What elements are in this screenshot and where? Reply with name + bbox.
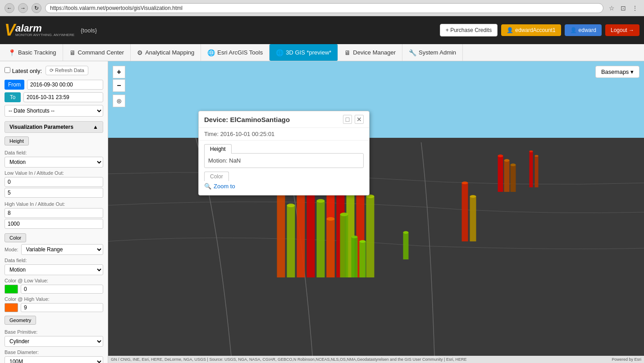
high-value-out-input[interactable]: [5, 219, 103, 229]
analytical-mapping-icon: ⚙: [137, 49, 143, 56]
high-value-in-input[interactable]: [5, 208, 103, 218]
color-high-swatch[interactable]: [5, 303, 18, 312]
latest-only-checkbox[interactable]: [5, 67, 10, 73]
popup-close-button[interactable]: ✕: [355, 115, 364, 124]
color-section-button[interactable]: Color: [5, 233, 26, 242]
account-button[interactable]: 👤 edwardAccount1: [501, 24, 561, 36]
zoom-icon: 🔍: [204, 183, 211, 190]
svg-point-37: [504, 159, 510, 162]
user-button[interactable]: 👤 edward: [565, 24, 602, 36]
svg-rect-1: [108, 138, 644, 363]
color-section: Color Mode: Variable Range Data field: M…: [5, 233, 103, 312]
map-background[interactable]: + − ◎ Basemaps ▾ GN / CNIG, INE, Esri, H…: [108, 61, 644, 363]
svg-rect-44: [403, 232, 409, 259]
header-buttons: + Purchase Credits 👤 edwardAccount1 👤 ed…: [440, 24, 639, 36]
back-button[interactable]: ←: [5, 3, 14, 13]
logo-v: V: [5, 22, 15, 38]
color-low-row: [5, 285, 103, 294]
url-bar[interactable]: https://tools.valarm.net/powertools/gisV…: [45, 3, 603, 13]
color-low-input[interactable]: [21, 285, 103, 294]
svg-rect-26: [352, 237, 358, 277]
color-mode-select[interactable]: Variable Range: [21, 244, 103, 255]
nav-analytical-mapping[interactable]: ⚙ Analytical Mapping: [131, 44, 201, 61]
analytical-mapping-label: Analytical Mapping: [145, 49, 194, 56]
device-popup: Device: ElCaminoSantiago □ ✕ Time: 2016-…: [198, 111, 370, 195]
popup-height-content: Motion: NaN: [204, 153, 364, 168]
svg-rect-4: [287, 205, 295, 277]
base-diameter-label: Base Diameter:: [5, 349, 103, 355]
nav-3d-gis[interactable]: 🌐 3D GIS *preview*: [269, 44, 338, 61]
viz-params-header[interactable]: Visualization Parameters ▲: [5, 121, 103, 133]
svg-point-39: [511, 163, 516, 166]
logo-area: V alarm MONITOR ANYTHING. ANYWHERE {tool…: [5, 22, 97, 38]
svg-rect-20: [366, 196, 375, 277]
map-attribution: GN / CNIG, INE, Esri, HERE, DeLorme, NGA…: [111, 357, 466, 362]
logout-button[interactable]: Logout →: [605, 24, 639, 36]
low-value-in-input[interactable]: [5, 177, 103, 187]
svg-rect-28: [360, 241, 366, 277]
low-value-out-input[interactable]: [5, 188, 103, 198]
svg-rect-2: [277, 187, 285, 277]
date-shortcuts-select[interactable]: -- Date Shortcuts --: [5, 105, 103, 117]
account-label: edwardAccount1: [515, 27, 555, 33]
logo-alarm: alarm: [15, 23, 74, 33]
nav-esri-arcgis[interactable]: 🌐 Esri ArcGIS Tools: [201, 44, 269, 61]
svg-point-25: [327, 217, 335, 221]
basemaps-button[interactable]: Basemaps ▾: [595, 66, 639, 78]
svg-rect-22: [340, 214, 348, 277]
popup-color-tab[interactable]: Color: [204, 172, 364, 181]
basic-tracking-label: Basic Tracking: [18, 49, 56, 56]
popup-height-tab[interactable]: Height: [204, 144, 364, 153]
color-high-input[interactable]: [21, 303, 103, 312]
system-admin-icon: 🔧: [409, 49, 416, 56]
app-header: V alarm MONITOR ANYTHING. ANYWHERE {tool…: [0, 16, 644, 44]
geometry-section-button[interactable]: Geometry: [5, 316, 36, 325]
star-icon[interactable]: ☆: [607, 4, 616, 13]
menu-icon[interactable]: ⋮: [630, 4, 639, 13]
nav-bar: 📍 Basic Tracking 🖥 Command Center ⚙ Anal…: [0, 44, 644, 61]
zoom-out-button[interactable]: −: [113, 79, 125, 92]
cast-icon[interactable]: ⊡: [619, 4, 628, 13]
color-low-label: Color @ Low Value:: [5, 278, 103, 283]
zoom-controls: + − ◎: [113, 66, 125, 107]
low-value-label: Low Value In / Altitude Out:: [5, 170, 103, 176]
high-value-label: High Value In / Altitude Out:: [5, 201, 103, 207]
geometry-section: Geometry Base Primitive: Cylinder Base D…: [5, 316, 103, 363]
nav-device-manager[interactable]: 🖥 Device Manager: [338, 44, 402, 61]
nav-command-center[interactable]: 🖥 Command Center: [63, 44, 131, 61]
map-area: + − ◎ Basemaps ▾ GN / CNIG, INE, Esri, H…: [108, 61, 644, 363]
refresh-data-button[interactable]: ⟳ Refresh Data: [46, 66, 88, 75]
to-date-input[interactable]: [23, 92, 103, 102]
nav-basic-tracking[interactable]: 📍 Basic Tracking: [2, 44, 63, 61]
color-data-field-label: Data field:: [5, 258, 103, 263]
chevron-up-icon: ▲: [93, 124, 98, 130]
latest-only-label: Latest only:: [5, 67, 42, 74]
purchase-credits-button[interactable]: + Purchase Credits: [440, 24, 498, 36]
svg-rect-32: [470, 196, 476, 241]
logo[interactable]: V alarm MONITOR ANYTHING. ANYWHERE: [5, 22, 74, 38]
compass-button[interactable]: ◎: [113, 95, 125, 107]
base-primitive-label: Base Primitive:: [5, 329, 103, 335]
svg-rect-38: [511, 165, 516, 192]
svg-point-43: [535, 155, 539, 157]
base-primitive-select[interactable]: Cylinder: [5, 336, 103, 347]
popup-zoom-link[interactable]: 🔍 Zoom to: [204, 181, 364, 191]
height-data-field-select[interactable]: Motion: [5, 157, 103, 168]
popup-minimize-button[interactable]: □: [343, 115, 352, 124]
powered-by: Powered by Esri: [612, 357, 641, 362]
map-footer: GN / CNIG, INE, Esri, HERE, DeLorme, NGA…: [108, 356, 644, 363]
to-label: To: [5, 92, 21, 102]
to-date-row: To: [5, 92, 103, 102]
nav-system-admin[interactable]: 🔧 System Admin: [402, 44, 463, 61]
color-low-swatch[interactable]: [5, 285, 18, 294]
color-data-field-select[interactable]: Motion: [5, 264, 103, 275]
logo-tagline: MONITOR ANYTHING. ANYWHERE: [15, 33, 74, 37]
height-section-button[interactable]: Height: [5, 136, 29, 145]
refresh-button[interactable]: ↻: [32, 3, 41, 13]
forward-button[interactable]: →: [18, 3, 28, 13]
basic-tracking-icon: 📍: [8, 49, 16, 56]
zoom-label: Zoom to: [214, 183, 235, 190]
from-date-input[interactable]: [27, 80, 103, 90]
zoom-in-button[interactable]: +: [113, 66, 125, 78]
base-diameter-select[interactable]: 100M: [5, 356, 103, 363]
